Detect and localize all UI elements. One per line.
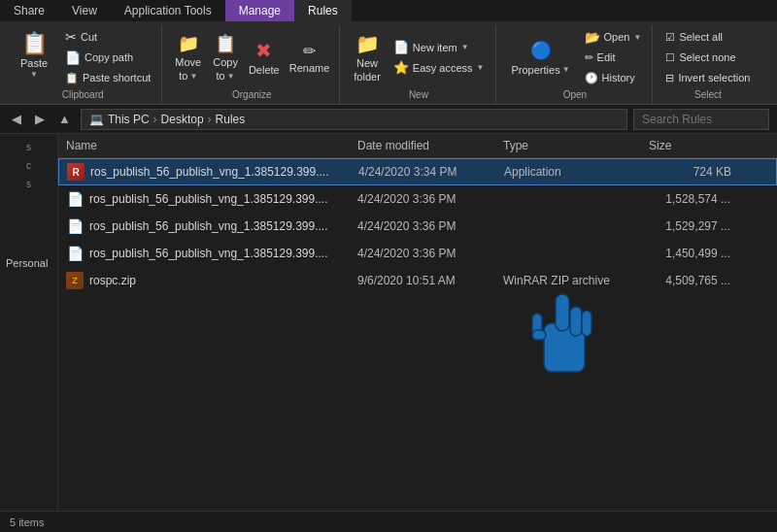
file-name-cell: 📄 ros_publish_56_publish_vng_1.385129.39… — [58, 190, 350, 208]
properties-row: Properties ▼ — [512, 64, 570, 76]
copy-to-label2: to — [217, 70, 225, 82]
table-row[interactable]: 📄 ros_publish_56_publish_vng_1.385129.39… — [58, 213, 777, 240]
up-button[interactable]: ▲ — [54, 110, 75, 128]
file-name: ros_publish_56_publish_vng_1.385129.399.… — [89, 219, 328, 233]
open-group-label: Open — [563, 89, 587, 100]
delete-label: Delete — [249, 64, 280, 76]
cut-label: Cut — [81, 31, 97, 43]
forward-button[interactable]: ▶ — [31, 110, 49, 128]
zip-icon: Z — [66, 272, 84, 289]
new-group-label: New — [409, 89, 428, 100]
tab-application-tools[interactable]: Application Tools — [111, 0, 225, 21]
tab-rules[interactable]: Rules — [294, 0, 352, 21]
invert-selection-label: Invert selection — [678, 72, 750, 83]
file-date-cell: 4/24/2020 3:36 PM — [350, 219, 495, 233]
copy-to-icon: 📋 — [215, 33, 236, 54]
history-button[interactable]: 🕐 History — [580, 68, 647, 87]
paste-shortcut-label: Paste shortcut — [83, 72, 151, 83]
select-all-icon: ☑ — [665, 31, 675, 44]
col-name[interactable]: Name — [58, 137, 350, 154]
cut-icon: ✂ — [65, 29, 77, 45]
file-date-cell: 4/24/2020 3:36 PM — [350, 192, 495, 206]
file-size-cell: 724 KB — [642, 165, 739, 179]
file-name-cell: Z rospc.zip — [58, 272, 350, 289]
properties-button[interactable]: 🔵 Properties ▼ — [504, 27, 578, 87]
path-desktop: Desktop — [161, 113, 204, 126]
file-icon: 📄 — [66, 190, 84, 208]
left-panel-personal[interactable]: Personal — [0, 251, 57, 271]
open-button[interactable]: 📂 Open ▼ — [580, 27, 647, 47]
easy-access-button[interactable]: ⭐ Easy access ▼ — [388, 58, 490, 78]
cut-button[interactable]: ✂ Cut — [60, 27, 155, 47]
app-icon: R — [67, 163, 84, 181]
delete-button[interactable]: ✖ Delete — [245, 27, 284, 87]
file-name-cell: 📄 ros_publish_56_publish_vng_1.385129.39… — [58, 217, 350, 235]
edit-icon: ✏ — [585, 51, 593, 64]
move-to-button[interactable]: 📁 Move to ▼ — [170, 27, 206, 87]
clipboard-group-label: Clipboard — [62, 89, 104, 100]
open-small-group: 📂 Open ▼ ✏ Edit 🕐 History — [580, 27, 647, 87]
left-panel-item-s2[interactable]: s — [0, 175, 57, 193]
easy-access-arrow: ▼ — [477, 63, 485, 72]
table-row[interactable]: Z rospc.zip 9/6/2020 10:51 AM WinRAR ZIP… — [58, 267, 777, 294]
left-panel-item-s1[interactable]: s — [0, 138, 57, 156]
paste-dropdown-arrow: ▼ — [30, 70, 38, 79]
file-type-cell: WinRAR ZIP archive — [495, 274, 641, 287]
path-rules: Rules — [216, 113, 246, 126]
file-size-cell: 1,529,297 ... — [641, 219, 738, 233]
ribbon-tab-bar: Share View Application Tools Manage Rule… — [0, 0, 777, 21]
new-items: 📁 New folder 📄 New item ▼ ⭐ Easy access … — [348, 27, 489, 87]
path-icon: 💻 — [89, 113, 104, 126]
invert-icon: ⊟ — [665, 72, 674, 84]
address-path-bar[interactable]: 💻 This PC › Desktop › Rules — [81, 109, 627, 130]
open-arrow: ▼ — [633, 33, 641, 42]
rename-button[interactable]: ✏ Rename — [286, 27, 334, 87]
file-date-cell: 9/6/2020 10:51 AM — [350, 274, 495, 287]
table-row[interactable]: 📄 ros_publish_56_publish_vng_1.385129.39… — [58, 240, 777, 267]
tab-manage[interactable]: Manage — [225, 0, 294, 21]
invert-selection-button[interactable]: ⊟ Invert selection — [660, 68, 755, 87]
delete-icon: ✖ — [255, 39, 272, 62]
file-size-cell: 4,509,765 ... — [641, 274, 738, 287]
new-item-button[interactable]: 📄 New item ▼ — [388, 38, 490, 57]
search-input[interactable] — [633, 109, 769, 130]
history-icon: 🕐 — [585, 72, 598, 84]
col-date[interactable]: Date modified — [350, 137, 495, 154]
paste-button[interactable]: 📋 Paste ▼ — [10, 27, 58, 87]
table-row[interactable]: 📄 ros_publish_56_publish_vng_1.385129.39… — [58, 185, 777, 213]
move-to-icon: 📁 — [178, 33, 199, 54]
file-icon: 📄 — [66, 245, 84, 262]
open-items: 🔵 Properties ▼ 📂 Open ▼ ✏ Edit — [504, 27, 647, 87]
left-panel: s c s Personal — [0, 134, 58, 532]
left-panel-item-c[interactable]: c — [0, 156, 57, 175]
new-item-arrow: ▼ — [461, 43, 469, 51]
select-none-button[interactable]: ☐ Select none — [660, 48, 755, 67]
file-size-cell: 1,450,499 ... — [641, 247, 738, 260]
group-open: 🔵 Properties ▼ 📂 Open ▼ ✏ Edit — [498, 25, 654, 104]
open-label: Open — [604, 31, 630, 43]
tab-share[interactable]: Share — [0, 0, 58, 21]
tab-view[interactable]: View — [58, 0, 111, 21]
new-folder-button[interactable]: 📁 New folder — [348, 27, 387, 87]
paste-shortcut-button[interactable]: 📋 Paste shortcut — [60, 68, 155, 87]
status-bar: 5 items — [0, 511, 777, 532]
move-to-row2: to ▼ — [179, 70, 197, 82]
properties-label: Properties — [512, 64, 560, 76]
open-icon: 📂 — [585, 30, 600, 45]
back-button[interactable]: ◀ — [8, 110, 25, 128]
new-folder-label2: folder — [354, 71, 381, 83]
file-list: Name Date modified Type Size R ros_publi… — [58, 134, 777, 532]
move-to-label2: to — [179, 70, 187, 82]
copy-to-button[interactable]: 📋 Copy to ▼ — [208, 27, 243, 87]
copy-path-button[interactable]: 📄 Copy path — [60, 48, 155, 67]
edit-button[interactable]: ✏ Edit — [580, 48, 647, 67]
edit-label: Edit — [597, 51, 616, 63]
col-size[interactable]: Size — [641, 137, 738, 154]
select-all-button[interactable]: ☑ Select all — [660, 27, 755, 47]
file-name-cell: 📄 ros_publish_56_publish_vng_1.385129.39… — [58, 245, 350, 262]
history-label: History — [602, 72, 635, 83]
col-type[interactable]: Type — [495, 137, 641, 154]
select-none-label: Select none — [679, 51, 735, 63]
table-row[interactable]: R ros_publish_56_publish_vng_1.385129.39… — [58, 158, 777, 185]
path-this-pc: This PC — [108, 113, 150, 126]
